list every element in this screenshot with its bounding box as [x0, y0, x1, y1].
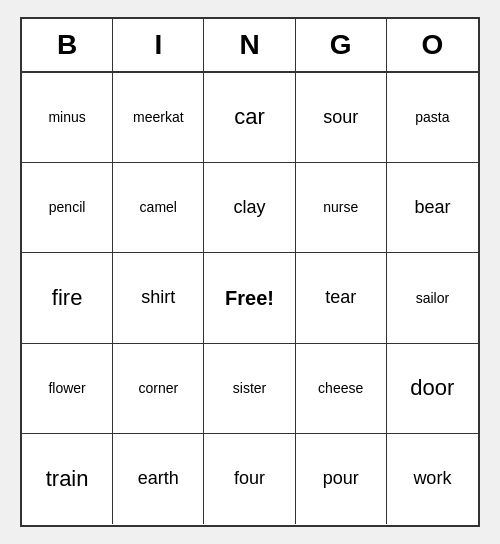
cell-text-r1-c3: nurse [323, 199, 358, 216]
grid-cell-r4-c4: work [387, 434, 478, 524]
grid-cell-r3-c2: sister [204, 344, 295, 434]
cell-text-r2-c1: shirt [141, 287, 175, 309]
grid-cell-r0-c3: sour [296, 73, 387, 163]
grid-cell-r0-c4: pasta [387, 73, 478, 163]
grid-cell-r3-c3: cheese [296, 344, 387, 434]
grid-cell-r4-c0: train [22, 434, 113, 524]
grid-cell-r2-c2: Free! [204, 253, 295, 343]
grid-cell-r3-c1: corner [113, 344, 204, 434]
grid-cell-r2-c4: sailor [387, 253, 478, 343]
cell-text-r4-c0: train [46, 466, 89, 492]
grid-cell-r4-c1: earth [113, 434, 204, 524]
grid-cell-r4-c3: pour [296, 434, 387, 524]
grid-cell-r2-c1: shirt [113, 253, 204, 343]
grid-cell-r1-c4: bear [387, 163, 478, 253]
cell-text-r3-c4: door [410, 375, 454, 401]
grid-cell-r2-c3: tear [296, 253, 387, 343]
grid-cell-r1-c1: camel [113, 163, 204, 253]
header-letter-b: B [22, 19, 113, 71]
cell-text-r4-c1: earth [138, 468, 179, 490]
cell-text-r2-c3: tear [325, 287, 356, 309]
grid-cell-r3-c0: flower [22, 344, 113, 434]
grid-cell-r0-c1: meerkat [113, 73, 204, 163]
cell-text-r1-c4: bear [414, 197, 450, 219]
cell-text-r4-c4: work [413, 468, 451, 490]
header-letter-g: G [296, 19, 387, 71]
grid-cell-r2-c0: fire [22, 253, 113, 343]
cell-text-r2-c2: Free! [225, 286, 274, 310]
cell-text-r2-c0: fire [52, 285, 83, 311]
bingo-header: BINGO [22, 19, 478, 73]
grid-cell-r1-c2: clay [204, 163, 295, 253]
cell-text-r3-c2: sister [233, 380, 266, 397]
cell-text-r1-c0: pencil [49, 199, 86, 216]
grid-cell-r3-c4: door [387, 344, 478, 434]
cell-text-r0-c0: minus [48, 109, 85, 126]
cell-text-r0-c4: pasta [415, 109, 449, 126]
cell-text-r4-c2: four [234, 468, 265, 490]
grid-cell-r4-c2: four [204, 434, 295, 524]
grid-cell-r0-c0: minus [22, 73, 113, 163]
cell-text-r3-c0: flower [48, 380, 85, 397]
grid-cell-r1-c3: nurse [296, 163, 387, 253]
header-letter-n: N [204, 19, 295, 71]
grid-cell-r1-c0: pencil [22, 163, 113, 253]
cell-text-r2-c4: sailor [416, 290, 449, 307]
header-letter-i: I [113, 19, 204, 71]
bingo-grid: minusmeerkatcarsourpastapencilcamelclayn… [22, 73, 478, 524]
cell-text-r0-c1: meerkat [133, 109, 184, 126]
bingo-card: BINGO minusmeerkatcarsourpastapencilcame… [20, 17, 480, 527]
cell-text-r4-c3: pour [323, 468, 359, 490]
cell-text-r1-c2: clay [233, 197, 265, 219]
cell-text-r3-c1: corner [138, 380, 178, 397]
cell-text-r0-c2: car [234, 104, 265, 130]
header-letter-o: O [387, 19, 478, 71]
grid-cell-r0-c2: car [204, 73, 295, 163]
cell-text-r3-c3: cheese [318, 380, 363, 397]
cell-text-r0-c3: sour [323, 107, 358, 129]
cell-text-r1-c1: camel [140, 199, 177, 216]
